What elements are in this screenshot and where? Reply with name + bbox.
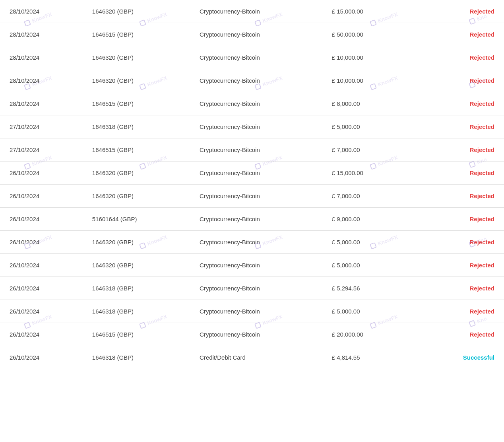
transaction-date: 26/10/2024 [0, 162, 83, 185]
transaction-date: 26/10/2024 [0, 208, 83, 231]
table-row: 27/10/2024 1646318 (GBP) Cryptocurrency-… [0, 115, 504, 138]
transaction-method: Cryptocurrency-Bitcoin [190, 138, 322, 162]
transaction-method: Cryptocurrency-Bitcoin [190, 323, 322, 346]
table-row: 28/10/2024 1646515 (GBP) Cryptocurrency-… [0, 23, 504, 46]
transaction-amount: £ 15,000.00 [322, 0, 421, 23]
transaction-method: Cryptocurrency-Bitcoin [190, 92, 322, 115]
transaction-amount: £ 5,000.00 [322, 231, 421, 254]
table-row: 28/10/2024 1646515 (GBP) Cryptocurrency-… [0, 92, 504, 115]
transaction-status: Rejected [421, 0, 504, 23]
transaction-account: 1646320 (GBP) [83, 254, 190, 277]
transaction-status: Rejected [421, 23, 504, 46]
table-row: 26/10/2024 1646515 (GBP) Cryptocurrency-… [0, 323, 504, 346]
transaction-method: Cryptocurrency-Bitcoin [190, 162, 322, 185]
transaction-amount: £ 15,000.00 [322, 162, 421, 185]
transaction-date: 28/10/2024 [0, 23, 83, 46]
transaction-status: Rejected [421, 138, 504, 162]
table-row: 26/10/2024 1646318 (GBP) Cryptocurrency-… [0, 277, 504, 300]
transaction-status: Rejected [421, 300, 504, 323]
transaction-status: Rejected [421, 115, 504, 138]
table-row: 26/10/2024 1646320 (GBP) Cryptocurrency-… [0, 162, 504, 185]
transaction-account: 1646320 (GBP) [83, 0, 190, 23]
transaction-account: 1646320 (GBP) [83, 69, 190, 92]
transaction-amount: £ 5,294.56 [322, 277, 421, 300]
table-row: 26/10/2024 1646318 (GBP) Cryptocurrency-… [0, 300, 504, 323]
transaction-amount: £ 9,000.00 [322, 208, 421, 231]
transaction-amount: £ 20,000.00 [322, 323, 421, 346]
transaction-method: Cryptocurrency-Bitcoin [190, 69, 322, 92]
transaction-account: 51601644 (GBP) [83, 208, 190, 231]
transaction-status: Successful [421, 346, 504, 369]
transaction-method: Cryptocurrency-Bitcoin [190, 0, 322, 23]
transaction-status: Rejected [421, 185, 504, 208]
transaction-status: Rejected [421, 323, 504, 346]
transaction-method: Cryptocurrency-Bitcoin [190, 23, 322, 46]
table-row: 26/10/2024 1646318 (GBP) Credit/Debit Ca… [0, 346, 504, 369]
transaction-method: Cryptocurrency-Bitcoin [190, 277, 322, 300]
table-row: 27/10/2024 1646515 (GBP) Cryptocurrency-… [0, 138, 504, 162]
transaction-status: Rejected [421, 208, 504, 231]
transaction-status: Rejected [421, 277, 504, 300]
transaction-date: 28/10/2024 [0, 92, 83, 115]
transaction-date: 26/10/2024 [0, 346, 83, 369]
transaction-account: 1646515 (GBP) [83, 23, 190, 46]
transaction-date: 26/10/2024 [0, 323, 83, 346]
transaction-account: 1646320 (GBP) [83, 162, 190, 185]
transaction-method: Cryptocurrency-Bitcoin [190, 115, 322, 138]
transaction-status: Rejected [421, 69, 504, 92]
transaction-method: Cryptocurrency-Bitcoin [190, 300, 322, 323]
transaction-account: 1646515 (GBP) [83, 138, 190, 162]
transaction-amount: £ 5,000.00 [322, 115, 421, 138]
transaction-amount: £ 8,000.00 [322, 92, 421, 115]
transaction-date: 26/10/2024 [0, 254, 83, 277]
transaction-date: 26/10/2024 [0, 277, 83, 300]
transaction-date: 27/10/2024 [0, 138, 83, 162]
transaction-date: 26/10/2024 [0, 300, 83, 323]
table-row: 26/10/2024 1646320 (GBP) Cryptocurrency-… [0, 254, 504, 277]
transaction-amount: £ 5,000.00 [322, 254, 421, 277]
transaction-method: Credit/Debit Card [190, 346, 322, 369]
transaction-amount: £ 7,000.00 [322, 138, 421, 162]
transactions-table-container: 28/10/2024 1646320 (GBP) Cryptocurrency-… [0, 0, 504, 369]
transaction-status: Rejected [421, 92, 504, 115]
transaction-amount: £ 10,000.00 [322, 69, 421, 92]
transaction-method: Cryptocurrency-Bitcoin [190, 46, 322, 69]
transaction-account: 1646320 (GBP) [83, 185, 190, 208]
transaction-account: 1646515 (GBP) [83, 323, 190, 346]
table-row: 28/10/2024 1646320 (GBP) Cryptocurrency-… [0, 0, 504, 23]
transaction-account: 1646320 (GBP) [83, 231, 190, 254]
transaction-date: 26/10/2024 [0, 185, 83, 208]
transaction-account: 1646318 (GBP) [83, 277, 190, 300]
table-row: 28/10/2024 1646320 (GBP) Cryptocurrency-… [0, 69, 504, 92]
transaction-status: Rejected [421, 254, 504, 277]
transaction-account: 1646515 (GBP) [83, 92, 190, 115]
table-row: 26/10/2024 1646320 (GBP) Cryptocurrency-… [0, 231, 504, 254]
transaction-status: Rejected [421, 231, 504, 254]
transaction-method: Cryptocurrency-Bitcoin [190, 208, 322, 231]
transaction-date: 27/10/2024 [0, 115, 83, 138]
transaction-date: 28/10/2024 [0, 69, 83, 92]
transaction-amount: £ 50,000.00 [322, 23, 421, 46]
transaction-date: 26/10/2024 [0, 231, 83, 254]
transaction-status: Rejected [421, 162, 504, 185]
transaction-account: 1646320 (GBP) [83, 46, 190, 69]
transaction-amount: £ 5,000.00 [322, 300, 421, 323]
transaction-method: Cryptocurrency-Bitcoin [190, 254, 322, 277]
table-row: 28/10/2024 1646320 (GBP) Cryptocurrency-… [0, 46, 504, 69]
transaction-amount: £ 10,000.00 [322, 46, 421, 69]
table-row: 26/10/2024 1646320 (GBP) Cryptocurrency-… [0, 185, 504, 208]
transaction-date: 28/10/2024 [0, 46, 83, 69]
transaction-amount: £ 4,814.55 [322, 346, 421, 369]
transaction-amount: £ 7,000.00 [322, 185, 421, 208]
transaction-account: 1646318 (GBP) [83, 300, 190, 323]
table-row: 26/10/2024 51601644 (GBP) Cryptocurrency… [0, 208, 504, 231]
transaction-method: Cryptocurrency-Bitcoin [190, 185, 322, 208]
transaction-method: Cryptocurrency-Bitcoin [190, 231, 322, 254]
transaction-account: 1646318 (GBP) [83, 115, 190, 138]
transactions-table: 28/10/2024 1646320 (GBP) Cryptocurrency-… [0, 0, 504, 369]
transaction-account: 1646318 (GBP) [83, 346, 190, 369]
transaction-status: Rejected [421, 46, 504, 69]
transaction-date: 28/10/2024 [0, 0, 83, 23]
